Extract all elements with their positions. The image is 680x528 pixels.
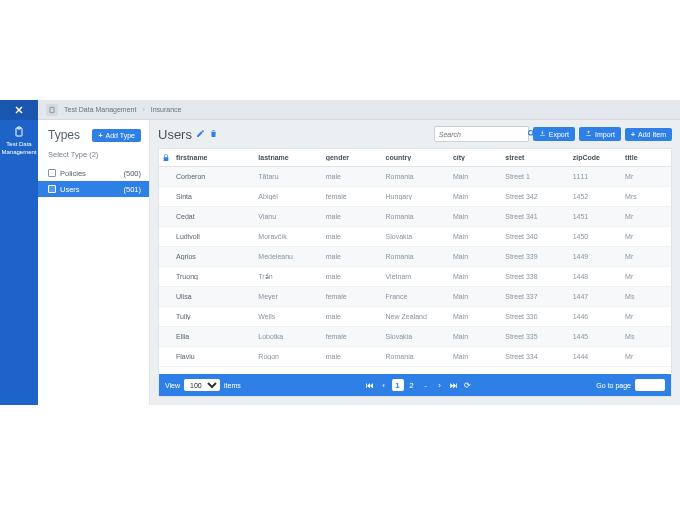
cell-firstname: Ulisa — [173, 293, 255, 300]
breadcrumb-icon — [46, 104, 58, 116]
types-list: Policies(500)Users(501) — [38, 165, 149, 405]
cell-firstname: Cedat — [173, 213, 255, 220]
cell-lastname: Rogon — [255, 353, 322, 360]
table-row[interactable]: TullyWellsmaleNew ZealandMainStreet 3361… — [159, 307, 671, 327]
pager-prev[interactable]: ‹ — [378, 379, 390, 391]
table-row[interactable]: LudivollMoravčíkmaleSlovakiaMainStreet 3… — [159, 227, 671, 247]
download-icon — [539, 130, 546, 138]
cell-lastname: Lobotka — [255, 333, 322, 340]
table-row[interactable]: CorberonTătarumaleRomaniaMainStreet 1111… — [159, 167, 671, 187]
cell-firstname: Ludivoll — [173, 233, 255, 240]
lock-icon — [159, 154, 173, 162]
pager-refresh[interactable]: ⟳ — [462, 379, 474, 391]
page-size-select[interactable]: 100 — [184, 379, 220, 391]
cell-lastname: Vianu — [255, 213, 322, 220]
table-row[interactable]: SintaAbigélfemaleHungaryMainStreet 34214… — [159, 187, 671, 207]
cell-gender: male — [323, 213, 383, 220]
col-country[interactable]: country — [383, 154, 450, 161]
import-label: Import — [595, 131, 615, 138]
page-size-prefix: View — [165, 382, 180, 389]
col-gender[interactable]: gender — [323, 154, 383, 161]
col-street[interactable]: street — [502, 154, 569, 161]
sidebar-item-count: (500) — [123, 169, 141, 178]
pager-ellipsis[interactable]: - — [420, 379, 432, 391]
cell-country: New Zealand — [383, 313, 450, 320]
table-row[interactable]: TruongTrầnmaleVietnamMainStreet 3381448M… — [159, 267, 671, 287]
cell-city: Main — [450, 293, 502, 300]
cell-city: Main — [450, 233, 502, 240]
add-type-button[interactable]: + Add Type — [92, 129, 141, 142]
col-title[interactable]: title — [622, 154, 667, 161]
cell-lastname: Meyer — [255, 293, 322, 300]
cell-title: Mrs — [622, 193, 667, 200]
sidebar-item-label: Policies — [60, 169, 86, 178]
cell-country: Slovakia — [383, 233, 450, 240]
cell-country: Romania — [383, 353, 450, 360]
table-body[interactable]: CorberonTătarumaleRomaniaMainStreet 1111… — [159, 167, 671, 374]
delete-icon[interactable] — [209, 129, 218, 140]
cell-street: Street 1 — [502, 173, 569, 180]
page-size-suffix: items — [224, 382, 241, 389]
cell-street: Street 336 — [502, 313, 569, 320]
import-button[interactable]: Import — [579, 127, 621, 141]
cell-gender: male — [323, 233, 383, 240]
cell-gender: male — [323, 253, 383, 260]
cell-country: France — [383, 293, 450, 300]
rail-item-test-data-management[interactable]: Test Data Management — [0, 120, 39, 162]
cell-street: Street 342 — [502, 193, 569, 200]
cell-zipcode: 1452 — [570, 193, 622, 200]
cell-title: Ms — [622, 333, 667, 340]
cell-gender: female — [323, 193, 383, 200]
sidebar-item-count: (501) — [123, 185, 141, 194]
edit-icon[interactable] — [196, 129, 205, 140]
col-city[interactable]: city — [450, 154, 502, 161]
cell-firstname: Corberon — [173, 173, 255, 180]
pager-page-2[interactable]: 2 — [406, 379, 418, 391]
cell-gender: female — [323, 333, 383, 340]
panel: Users — [150, 120, 680, 405]
cell-city: Main — [450, 353, 502, 360]
table-row[interactable]: ElliaLobotkafemaleSlovakiaMainStreet 335… — [159, 327, 671, 347]
add-item-button[interactable]: + Add Item — [625, 128, 672, 141]
col-firstname[interactable]: firstname — [173, 154, 255, 161]
cell-firstname: Truong — [173, 273, 255, 280]
cell-city: Main — [450, 313, 502, 320]
cell-zipcode: 1449 — [570, 253, 622, 260]
pager-first[interactable]: ⏮ — [364, 379, 376, 391]
search-input[interactable] — [439, 131, 527, 138]
cell-city: Main — [450, 213, 502, 220]
cell-city: Main — [450, 273, 502, 280]
cell-country: Romania — [383, 253, 450, 260]
col-lastname[interactable]: lastname — [255, 154, 322, 161]
sidebar-item-policies[interactable]: Policies(500) — [38, 165, 149, 181]
cell-zipcode: 1445 — [570, 333, 622, 340]
cell-title: Mr — [622, 273, 667, 280]
cell-zipcode: 1447 — [570, 293, 622, 300]
pager-next[interactable]: › — [434, 379, 446, 391]
table-row[interactable]: FlaviuRogonmaleRomaniaMainStreet 3341444… — [159, 347, 671, 367]
col-zipcode[interactable]: zipCode — [570, 154, 622, 161]
cell-firstname: Sinta — [173, 193, 255, 200]
cell-title: Ms — [622, 293, 667, 300]
cell-title: Mr — [622, 213, 667, 220]
cell-street: Street 340 — [502, 233, 569, 240]
cell-street: Street 338 — [502, 273, 569, 280]
goto-page-input[interactable] — [635, 379, 665, 391]
export-label: Export — [549, 131, 569, 138]
pager-page-1[interactable]: 1 — [392, 379, 404, 391]
breadcrumb-root[interactable]: Test Data Management — [64, 106, 136, 113]
sidebar-item-users[interactable]: Users(501) — [38, 181, 149, 197]
search-box[interactable] — [434, 126, 529, 142]
table-row[interactable]: AgriosMedeleanumaleRomaniaMainStreet 339… — [159, 247, 671, 267]
rail-item-label: Test Data Management — [1, 141, 36, 154]
pager-last[interactable]: ⏭ — [448, 379, 460, 391]
cell-country: Romania — [383, 173, 450, 180]
cell-city: Main — [450, 173, 502, 180]
export-button[interactable]: Export — [533, 127, 575, 141]
table-row[interactable]: CedatVianumaleRomaniaMainStreet 3411451M… — [159, 207, 671, 227]
table-row[interactable]: UlisaMeyerfemaleFranceMainStreet 3371447… — [159, 287, 671, 307]
app-logo[interactable] — [0, 100, 38, 120]
cell-zipcode: 1444 — [570, 353, 622, 360]
type-icon — [48, 169, 56, 177]
nav-rail: Test Data Management — [0, 100, 38, 405]
